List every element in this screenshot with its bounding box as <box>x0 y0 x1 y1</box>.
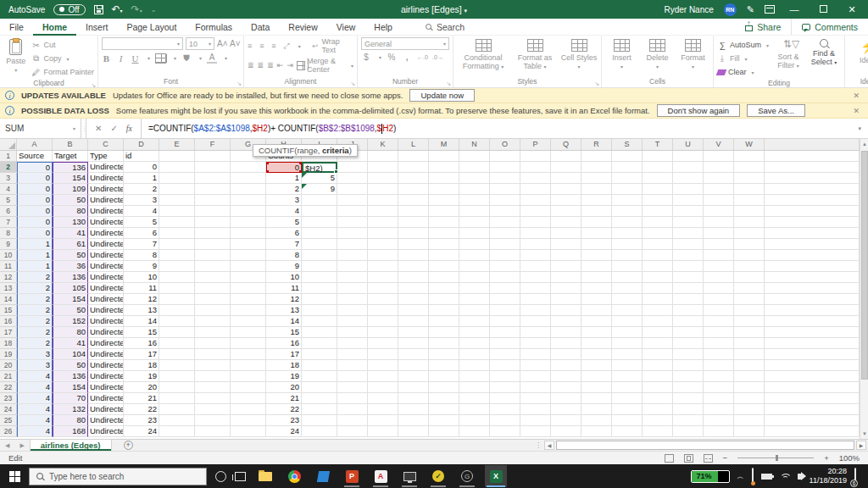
grid-cell[interactable] <box>704 217 734 228</box>
notification-button[interactable]: Update now <box>409 89 475 102</box>
grid-cell[interactable] <box>643 250 673 261</box>
grid-cell[interactable] <box>520 316 551 327</box>
grid-cell[interactable] <box>159 360 195 371</box>
grid-cell[interactable] <box>159 426 195 437</box>
row-header-9[interactable]: 9 <box>0 239 17 250</box>
grid-cell[interactable] <box>231 382 266 393</box>
grid-cell[interactable] <box>368 261 398 272</box>
grid-cell[interactable] <box>551 371 581 382</box>
grid-cell[interactable] <box>490 162 520 173</box>
grid-cell[interactable] <box>673 261 704 272</box>
grid-cell[interactable]: 12 <box>266 294 302 305</box>
row-header-18[interactable]: 18 <box>0 338 17 349</box>
row-header-16[interactable]: 16 <box>0 316 17 327</box>
percent-icon[interactable]: % <box>387 53 397 62</box>
grid-cell[interactable]: Undirected <box>88 360 124 371</box>
grey-app-icon[interactable]: G <box>456 465 478 487</box>
grid-cell[interactable] <box>551 404 581 415</box>
grid-cell[interactable] <box>302 360 337 371</box>
grid-cell[interactable] <box>673 250 704 261</box>
grid-cell[interactable] <box>195 305 231 316</box>
grid-cell[interactable] <box>673 228 704 239</box>
grid-cell[interactable] <box>195 261 231 272</box>
column-header-E[interactable]: E <box>159 139 195 150</box>
grid-cell[interactable]: 0 <box>124 162 159 173</box>
grid-cell[interactable]: 3 <box>17 349 53 360</box>
grid-cell[interactable] <box>195 371 231 382</box>
column-header-B[interactable]: B <box>53 139 88 150</box>
grid-cell[interactable] <box>765 195 860 206</box>
grid-cell[interactable] <box>734 349 765 360</box>
grid-cell[interactable]: Undirected <box>88 316 124 327</box>
grid-cell[interactable] <box>459 283 490 294</box>
grid-cell[interactable] <box>734 382 765 393</box>
grid-cell[interactable] <box>459 393 490 404</box>
grid-cell[interactable] <box>581 371 612 382</box>
grid-cell[interactable] <box>398 283 429 294</box>
grid-cell[interactable] <box>398 206 429 217</box>
grid-cell[interactable]: 4 <box>266 206 302 217</box>
grid-cell[interactable] <box>551 393 581 404</box>
grid-cell[interactable] <box>704 294 734 305</box>
grid-cell[interactable] <box>302 294 337 305</box>
grid-cell[interactable] <box>520 360 551 371</box>
grid-cell[interactable]: 7 <box>124 239 159 250</box>
grid-cell[interactable] <box>612 327 643 338</box>
grid-cell[interactable] <box>231 239 266 250</box>
taskbar-clock[interactable]: 20:2811/18/2019 <box>810 467 847 486</box>
close-icon[interactable]: ✕ <box>853 92 863 100</box>
grid-cell[interactable] <box>734 250 765 261</box>
tab-home[interactable]: Home <box>33 19 76 36</box>
grid-cell[interactable] <box>302 393 337 404</box>
undo-icon[interactable]: ↶▾ <box>112 4 123 14</box>
grid-cell[interactable] <box>520 426 551 437</box>
grid-cell[interactable] <box>643 327 673 338</box>
grid-cell[interactable]: 70 <box>53 393 88 404</box>
fill-button[interactable]: ⤓Fill▾ <box>717 53 770 64</box>
grid-cell[interactable]: Undirected <box>88 371 124 382</box>
grid-cell[interactable] <box>398 228 429 239</box>
grid-cell[interactable] <box>490 338 520 349</box>
grid-cell[interactable]: Undirected <box>88 404 124 415</box>
grid-cell[interactable]: 0 <box>17 195 53 206</box>
tab-view[interactable]: View <box>327 19 365 36</box>
grid-cell[interactable] <box>368 151 398 162</box>
grid-cell[interactable]: 11 <box>266 283 302 294</box>
grid-cell[interactable] <box>765 327 860 338</box>
grid-cell[interactable] <box>551 283 581 294</box>
grid-cell[interactable] <box>368 184 398 195</box>
grid-cell[interactable]: 41 <box>53 228 88 239</box>
sheet-tab-airlines-edges[interactable]: airlines (Edges) <box>30 440 112 451</box>
grid-cell[interactable] <box>551 294 581 305</box>
grid-cell[interactable]: Undirected <box>88 228 124 239</box>
grid-cell[interactable] <box>368 371 398 382</box>
grid-cell[interactable]: Undirected <box>88 239 124 250</box>
align-middle-icon[interactable]: ≡ <box>259 42 270 50</box>
row-header-17[interactable]: 17 <box>0 327 17 338</box>
grid-cell[interactable] <box>159 294 195 305</box>
grid-cell[interactable] <box>159 184 195 195</box>
grid-cell[interactable] <box>429 239 459 250</box>
grid-cell[interactable] <box>459 426 490 437</box>
grid-cell[interactable] <box>337 338 368 349</box>
row-header-21[interactable]: 21 <box>0 371 17 382</box>
grid-cell[interactable] <box>643 404 673 415</box>
grid-cell[interactable] <box>704 426 734 437</box>
grid-cell[interactable]: 80 <box>53 206 88 217</box>
user-name[interactable]: Ryder Nance <box>664 5 713 14</box>
grid-cell[interactable] <box>368 217 398 228</box>
grid-cell[interactable] <box>734 283 765 294</box>
grid-cell[interactable]: 9 <box>124 261 159 272</box>
comments-button[interactable]: Comments <box>791 19 868 35</box>
fill-handle[interactable] <box>334 169 338 174</box>
grid-cell[interactable] <box>704 305 734 316</box>
grid-cell[interactable] <box>520 305 551 316</box>
grid-cell[interactable] <box>195 272 231 283</box>
grid-cell[interactable] <box>302 316 337 327</box>
grid-cell[interactable] <box>520 261 551 272</box>
grid-cell[interactable] <box>581 228 612 239</box>
grid-cell[interactable] <box>398 327 429 338</box>
grid-cell[interactable]: 1 <box>124 173 159 184</box>
grid-cell[interactable] <box>520 382 551 393</box>
grid-cell[interactable] <box>459 272 490 283</box>
